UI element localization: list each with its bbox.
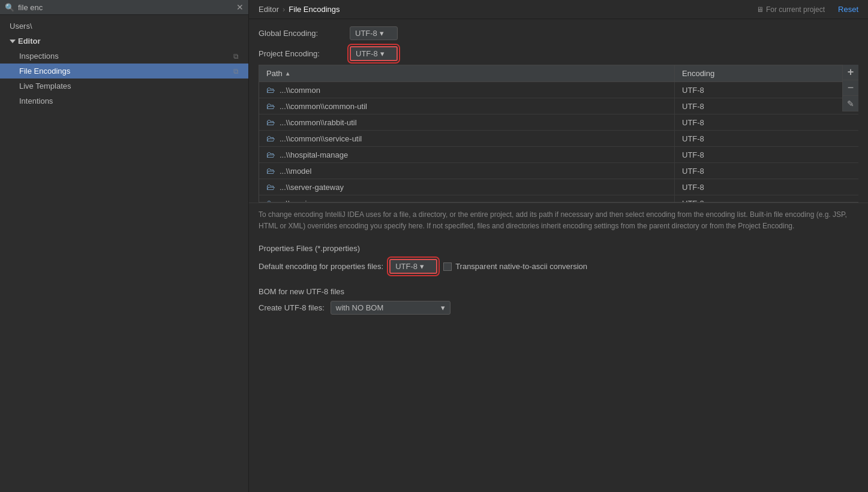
copy-icon-inspections: ⧉ — [233, 52, 239, 61]
project-encoding-label: Project Encoding: — [259, 49, 343, 58]
bom-title: BOM for new UTF-8 files — [259, 287, 858, 296]
properties-row: Default encoding for properties files: U… — [259, 259, 858, 274]
copy-icon-file-encodings: ⧉ — [233, 67, 239, 76]
col-path-header[interactable]: Path ▲ — [259, 65, 675, 82]
table-row[interactable]: 🗁...\\common\\common-util UTF-8 — [259, 98, 858, 114]
table-header: Path ▲ Encoding — [259, 65, 858, 82]
folder-icon: 🗁 — [266, 101, 275, 111]
folder-icon: 🗁 — [266, 166, 275, 176]
transparent-conversion-checkbox[interactable] — [443, 262, 452, 271]
sidebar-item-file-encodings[interactable]: File Encodings ⧉ — [0, 64, 248, 79]
properties-title: Properties Files (*.properties) — [259, 244, 858, 253]
table-row[interactable]: 🗁...\\server-gateway UTF-8 — [259, 179, 858, 195]
table-row[interactable]: 🗁...\\common\\rabbit-util UTF-8 — [259, 114, 858, 131]
properties-label: Default encoding for properties files: — [259, 262, 383, 271]
sidebar-user-path: Users\ — [0, 19, 248, 34]
bom-select[interactable]: with NO BOM ▾ — [331, 301, 450, 315]
project-icon: 🖥 — [756, 5, 764, 14]
sidebar-item-inspections[interactable]: Inspections ⧉ — [0, 49, 248, 64]
reset-button[interactable]: Reset — [838, 5, 858, 14]
folder-icon: 🗁 — [266, 198, 275, 203]
table-row[interactable]: 🗁...\\model UTF-8 — [259, 163, 858, 179]
bom-label: Create UTF-8 files: — [259, 303, 325, 312]
folder-icon: 🗁 — [266, 117, 275, 127]
table-row[interactable]: 🗁...\\common\\service-util UTF-8 — [259, 131, 858, 147]
inspections-label: Inspections — [19, 52, 59, 61]
properties-section: Properties Files (*.properties) Default … — [249, 238, 868, 282]
project-encoding-row: Project Encoding: UTF-8 ▾ — [259, 46, 858, 61]
encoding-section: Global Encoding: UTF-8 ▾ Project Encodin… — [249, 19, 868, 65]
search-icon: 🔍 — [5, 3, 14, 12]
search-input[interactable]: file enc — [18, 3, 233, 12]
project-btn[interactable]: 🖥 For current project — [756, 5, 825, 14]
editor-section-label: Editor — [18, 37, 41, 46]
intentions-label: Intentions — [19, 96, 53, 105]
bom-row: Create UTF-8 files: with NO BOM ▾ — [259, 301, 858, 315]
dropdown-icon-properties: ▾ — [420, 262, 424, 271]
dropdown-icon-project: ▾ — [380, 49, 385, 58]
bom-section: BOM for new UTF-8 files Create UTF-8 fil… — [249, 282, 868, 319]
table-row[interactable]: 🗁...\\hospital-manage UTF-8 — [259, 147, 858, 163]
add-row-button[interactable]: + — [843, 65, 858, 80]
table-row[interactable]: 🗁...\\common UTF-8 — [259, 82, 858, 98]
sort-arrow: ▲ — [285, 70, 291, 77]
folder-icon: 🗁 — [266, 182, 275, 192]
global-encoding-label: Global Encoding: — [259, 29, 343, 38]
search-bar: 🔍 file enc ✕ — [0, 0, 248, 15]
table-row[interactable]: 🗁...\\service UTF-8 — [259, 195, 858, 203]
project-encoding-select[interactable]: UTF-8 ▾ — [350, 46, 398, 61]
checkbox-label: Transparent native-to-ascii conversion — [455, 262, 587, 271]
checkbox-area: Transparent native-to-ascii conversion — [443, 262, 587, 271]
breadcrumb-separator: › — [283, 5, 285, 14]
breadcrumb: Editor › File Encodings 🖥 For current pr… — [249, 0, 868, 19]
dropdown-icon-global: ▾ — [380, 29, 384, 38]
remove-row-button[interactable]: − — [843, 80, 858, 96]
global-encoding-select[interactable]: UTF-8 ▾ — [350, 26, 398, 40]
breadcrumb-current: File Encodings — [289, 5, 340, 14]
live-templates-label: Live Templates — [19, 82, 71, 90]
global-encoding-row: Global Encoding: UTF-8 ▾ — [259, 26, 858, 40]
folder-icon: 🗁 — [266, 85, 275, 95]
folder-icon: 🗁 — [266, 150, 275, 159]
sidebar-section-editor[interactable]: Editor — [0, 34, 248, 49]
dropdown-icon-bom: ▾ — [441, 303, 445, 312]
clear-search-button[interactable]: ✕ — [236, 2, 244, 12]
folder-icon: 🗁 — [266, 134, 275, 143]
sidebar-content: Users\ Editor Inspections ⧉ File Encodin… — [0, 15, 248, 492]
sidebar-item-live-templates[interactable]: Live Templates — [0, 79, 248, 93]
encodings-table: Path ▲ Encoding 🗁...\\common UTF-8 🗁...\… — [259, 65, 858, 203]
main-content: Editor › File Encodings 🖥 For current pr… — [249, 0, 868, 492]
file-encodings-label: File Encodings — [19, 67, 70, 76]
properties-encoding-select[interactable]: UTF-8 ▾ — [389, 259, 437, 274]
sidebar-item-intentions[interactable]: Intentions — [0, 93, 248, 108]
info-text: To change encoding IntelliJ IDEA uses fo… — [249, 203, 868, 238]
breadcrumb-editor: Editor — [259, 5, 279, 14]
col-encoding-header: Encoding — [675, 65, 843, 82]
edit-row-button[interactable]: ✎ — [843, 96, 858, 111]
expand-icon — [10, 40, 16, 43]
